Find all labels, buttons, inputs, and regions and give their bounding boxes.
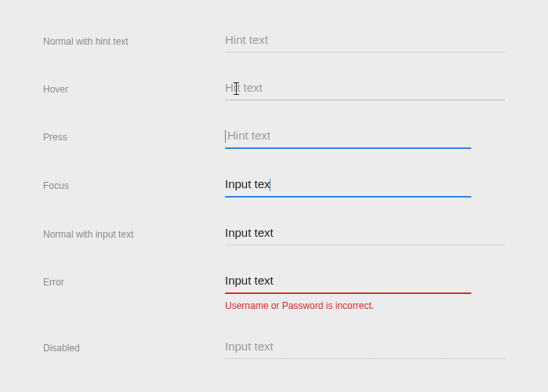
label-press: Press <box>43 127 225 143</box>
row-normal-hint: Normal with hint text Hint text <box>43 31 505 53</box>
text-cursor-icon <box>234 82 239 95</box>
hint-press: Hint text <box>227 129 270 142</box>
underline-disabled <box>225 358 505 359</box>
label-hover: Hover <box>43 79 225 95</box>
field-container-normal-hint: Hint text <box>225 31 505 53</box>
label-error: Error <box>43 272 225 288</box>
input-normal-hint[interactable]: Hint text <box>225 31 505 52</box>
label-normal-hint: Normal with hint text <box>43 31 225 47</box>
underline-press <box>225 147 471 149</box>
underline-error <box>225 292 471 294</box>
field-container-normal-input: Input text <box>225 224 505 245</box>
row-focus: Focus Input tex <box>43 176 505 198</box>
field-container-focus: Input tex <box>225 176 505 198</box>
field-container-error: Input text Username or Password is incor… <box>225 272 505 311</box>
underline-focus <box>225 196 471 198</box>
input-disabled: Input text <box>225 338 505 358</box>
row-hover: Hover Hit text <box>43 79 505 100</box>
underline-normal-hint <box>225 52 505 53</box>
row-disabled: Disabled Input text <box>43 338 505 359</box>
caret-icon <box>270 179 270 191</box>
input-hover[interactable]: Hit text <box>225 79 505 100</box>
row-normal-input: Normal with input text Input text <box>43 224 505 245</box>
field-container-press: Hint text <box>225 127 505 149</box>
label-disabled: Disabled <box>43 338 225 354</box>
field-container-hover: Hit text <box>225 79 505 100</box>
label-focus: Focus <box>43 176 225 191</box>
hint-part2: t text <box>237 81 263 94</box>
underline-normal-input <box>225 245 505 245</box>
row-press: Press Hint text <box>43 127 505 149</box>
label-normal-input: Normal with input text <box>43 224 225 240</box>
field-container-disabled: Input text <box>225 338 505 359</box>
row-error: Error Input text Username or Password is… <box>43 272 505 311</box>
underline-hover <box>225 100 505 100</box>
input-error[interactable]: Input text <box>225 272 505 292</box>
input-press[interactable]: Hint text <box>225 127 505 147</box>
value-focus: Input tex <box>225 177 270 191</box>
input-focus[interactable]: Input tex <box>225 176 505 196</box>
caret-icon <box>225 130 226 143</box>
input-normal-input[interactable]: Input text <box>225 224 505 245</box>
error-message: Username or Password is incorrect. <box>225 300 505 311</box>
